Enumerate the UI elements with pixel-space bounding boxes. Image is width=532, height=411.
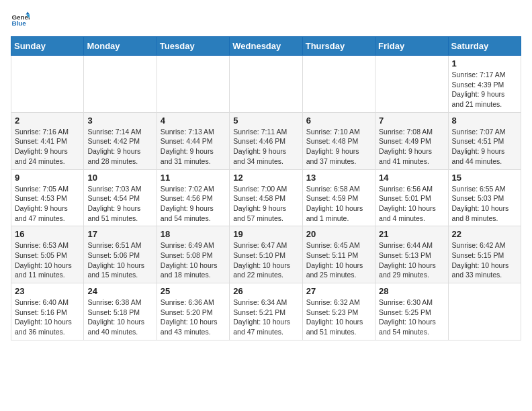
day-info: Sunrise: 6:34 AM Sunset: 5:21 PM Dayligh… bbox=[233, 298, 298, 337]
calendar-week-row: 1Sunrise: 7:17 AM Sunset: 4:39 PM Daylig… bbox=[11, 56, 521, 113]
day-info: Sunrise: 6:42 AM Sunset: 5:15 PM Dayligh… bbox=[452, 240, 517, 280]
day-number: 19 bbox=[233, 229, 298, 239]
calendar-cell: 7Sunrise: 7:08 AM Sunset: 4:49 PM Daylig… bbox=[375, 112, 448, 169]
day-number: 2 bbox=[15, 116, 80, 126]
day-info: Sunrise: 6:51 AM Sunset: 5:06 PM Dayligh… bbox=[87, 240, 152, 280]
day-number: 25 bbox=[161, 286, 226, 296]
calendar-cell: 15Sunrise: 6:55 AM Sunset: 5:03 PM Dayli… bbox=[448, 169, 521, 226]
day-info: Sunrise: 6:45 AM Sunset: 5:11 PM Dayligh… bbox=[306, 240, 371, 280]
calendar-cell bbox=[448, 283, 521, 340]
calendar-header-row: SundayMondayTuesdayWednesdayThursdayFrid… bbox=[11, 37, 521, 56]
calendar-cell: 13Sunrise: 6:58 AM Sunset: 4:59 PM Dayli… bbox=[302, 169, 375, 226]
day-info: Sunrise: 6:40 AM Sunset: 5:16 PM Dayligh… bbox=[15, 298, 80, 337]
calendar-week-row: 16Sunrise: 6:53 AM Sunset: 5:05 PM Dayli… bbox=[11, 226, 521, 283]
calendar-cell: 19Sunrise: 6:47 AM Sunset: 5:10 PM Dayli… bbox=[230, 226, 302, 283]
calendar-cell: 20Sunrise: 6:45 AM Sunset: 5:11 PM Dayli… bbox=[302, 226, 375, 283]
calendar-cell: 24Sunrise: 6:38 AM Sunset: 5:18 PM Dayli… bbox=[84, 283, 157, 340]
day-number: 21 bbox=[379, 229, 444, 239]
calendar-cell: 1Sunrise: 7:17 AM Sunset: 4:39 PM Daylig… bbox=[448, 56, 521, 113]
weekday-header: Sunday bbox=[11, 37, 84, 56]
calendar-cell: 5Sunrise: 7:11 AM Sunset: 4:46 PM Daylig… bbox=[230, 112, 302, 169]
day-number: 15 bbox=[452, 173, 517, 183]
day-info: Sunrise: 6:49 AM Sunset: 5:08 PM Dayligh… bbox=[161, 240, 226, 280]
day-number: 18 bbox=[161, 229, 226, 239]
calendar-cell: 10Sunrise: 7:03 AM Sunset: 4:54 PM Dayli… bbox=[84, 169, 157, 226]
day-info: Sunrise: 7:08 AM Sunset: 4:49 PM Dayligh… bbox=[379, 127, 444, 167]
day-info: Sunrise: 6:30 AM Sunset: 5:25 PM Dayligh… bbox=[379, 298, 444, 337]
calendar-cell: 27Sunrise: 6:32 AM Sunset: 5:23 PM Dayli… bbox=[302, 283, 375, 340]
day-info: Sunrise: 7:05 AM Sunset: 4:53 PM Dayligh… bbox=[15, 184, 80, 224]
calendar-cell bbox=[302, 56, 375, 113]
day-number: 8 bbox=[452, 116, 517, 126]
calendar-cell: 21Sunrise: 6:44 AM Sunset: 5:13 PM Dayli… bbox=[375, 226, 448, 283]
day-number: 10 bbox=[87, 173, 152, 183]
calendar-cell: 18Sunrise: 6:49 AM Sunset: 5:08 PM Dayli… bbox=[157, 226, 229, 283]
day-number: 22 bbox=[452, 229, 517, 239]
calendar-week-row: 9Sunrise: 7:05 AM Sunset: 4:53 PM Daylig… bbox=[11, 169, 521, 226]
weekday-header: Saturday bbox=[448, 37, 521, 56]
weekday-header: Monday bbox=[84, 37, 157, 56]
calendar-table: SundayMondayTuesdayWednesdayThursdayFrid… bbox=[11, 36, 521, 340]
day-info: Sunrise: 7:02 AM Sunset: 4:56 PM Dayligh… bbox=[161, 184, 226, 224]
day-info: Sunrise: 6:58 AM Sunset: 4:59 PM Dayligh… bbox=[306, 184, 371, 224]
day-number: 9 bbox=[15, 173, 80, 183]
day-info: Sunrise: 7:16 AM Sunset: 4:41 PM Dayligh… bbox=[15, 127, 80, 167]
day-info: Sunrise: 7:17 AM Sunset: 4:39 PM Dayligh… bbox=[452, 70, 517, 109]
calendar-cell: 11Sunrise: 7:02 AM Sunset: 4:56 PM Dayli… bbox=[157, 169, 229, 226]
day-number: 28 bbox=[379, 286, 444, 296]
calendar-cell: 4Sunrise: 7:13 AM Sunset: 4:44 PM Daylig… bbox=[157, 112, 229, 169]
day-info: Sunrise: 6:38 AM Sunset: 5:18 PM Dayligh… bbox=[87, 298, 152, 337]
calendar-cell bbox=[230, 56, 302, 113]
day-info: Sunrise: 7:13 AM Sunset: 4:44 PM Dayligh… bbox=[161, 127, 226, 167]
weekday-header: Friday bbox=[375, 37, 448, 56]
calendar-cell: 12Sunrise: 7:00 AM Sunset: 4:58 PM Dayli… bbox=[230, 169, 302, 226]
weekday-header: Wednesday bbox=[230, 37, 302, 56]
day-number: 26 bbox=[233, 286, 298, 296]
calendar-cell: 22Sunrise: 6:42 AM Sunset: 5:15 PM Dayli… bbox=[448, 226, 521, 283]
day-info: Sunrise: 6:55 AM Sunset: 5:03 PM Dayligh… bbox=[452, 184, 517, 224]
svg-text:Blue: Blue bbox=[11, 19, 26, 27]
day-info: Sunrise: 6:47 AM Sunset: 5:10 PM Dayligh… bbox=[233, 240, 298, 280]
day-info: Sunrise: 7:07 AM Sunset: 4:51 PM Dayligh… bbox=[452, 127, 517, 167]
calendar-cell: 25Sunrise: 6:36 AM Sunset: 5:20 PM Dayli… bbox=[157, 283, 229, 340]
day-number: 13 bbox=[306, 173, 371, 183]
day-info: Sunrise: 6:44 AM Sunset: 5:13 PM Dayligh… bbox=[379, 240, 444, 280]
day-number: 1 bbox=[452, 58, 517, 68]
day-number: 24 bbox=[87, 286, 152, 296]
day-number: 4 bbox=[161, 116, 226, 126]
day-info: Sunrise: 7:03 AM Sunset: 4:54 PM Dayligh… bbox=[87, 184, 152, 224]
logo-icon: General Blue bbox=[11, 11, 30, 30]
calendar-cell: 16Sunrise: 6:53 AM Sunset: 5:05 PM Dayli… bbox=[11, 226, 84, 283]
day-number: 5 bbox=[233, 116, 298, 126]
calendar-cell: 17Sunrise: 6:51 AM Sunset: 5:06 PM Dayli… bbox=[84, 226, 157, 283]
calendar-cell: 6Sunrise: 7:10 AM Sunset: 4:48 PM Daylig… bbox=[302, 112, 375, 169]
day-info: Sunrise: 7:14 AM Sunset: 4:42 PM Dayligh… bbox=[87, 127, 152, 167]
day-info: Sunrise: 6:56 AM Sunset: 5:01 PM Dayligh… bbox=[379, 184, 444, 224]
calendar-week-row: 2Sunrise: 7:16 AM Sunset: 4:41 PM Daylig… bbox=[11, 112, 521, 169]
calendar-cell: 3Sunrise: 7:14 AM Sunset: 4:42 PM Daylig… bbox=[84, 112, 157, 169]
calendar-cell: 14Sunrise: 6:56 AM Sunset: 5:01 PM Dayli… bbox=[375, 169, 448, 226]
calendar-cell: 8Sunrise: 7:07 AM Sunset: 4:51 PM Daylig… bbox=[448, 112, 521, 169]
calendar-cell: 26Sunrise: 6:34 AM Sunset: 5:21 PM Dayli… bbox=[230, 283, 302, 340]
day-info: Sunrise: 7:00 AM Sunset: 4:58 PM Dayligh… bbox=[233, 184, 298, 224]
weekday-header: Tuesday bbox=[157, 37, 229, 56]
day-info: Sunrise: 6:53 AM Sunset: 5:05 PM Dayligh… bbox=[15, 240, 80, 280]
day-number: 23 bbox=[15, 286, 80, 296]
logo: General Blue bbox=[11, 11, 30, 30]
day-number: 3 bbox=[87, 116, 152, 126]
day-info: Sunrise: 6:36 AM Sunset: 5:20 PM Dayligh… bbox=[161, 298, 226, 337]
day-number: 14 bbox=[379, 173, 444, 183]
day-number: 7 bbox=[379, 116, 444, 126]
calendar-week-row: 23Sunrise: 6:40 AM Sunset: 5:16 PM Dayli… bbox=[11, 283, 521, 340]
day-number: 16 bbox=[15, 229, 80, 239]
day-number: 12 bbox=[233, 173, 298, 183]
page-header: General Blue bbox=[11, 11, 521, 30]
calendar-cell bbox=[157, 56, 229, 113]
day-number: 6 bbox=[306, 116, 371, 126]
calendar-cell: 28Sunrise: 6:30 AM Sunset: 5:25 PM Dayli… bbox=[375, 283, 448, 340]
weekday-header: Thursday bbox=[302, 37, 375, 56]
calendar-cell: 2Sunrise: 7:16 AM Sunset: 4:41 PM Daylig… bbox=[11, 112, 84, 169]
day-number: 11 bbox=[161, 173, 226, 183]
calendar-cell bbox=[84, 56, 157, 113]
day-number: 17 bbox=[87, 229, 152, 239]
